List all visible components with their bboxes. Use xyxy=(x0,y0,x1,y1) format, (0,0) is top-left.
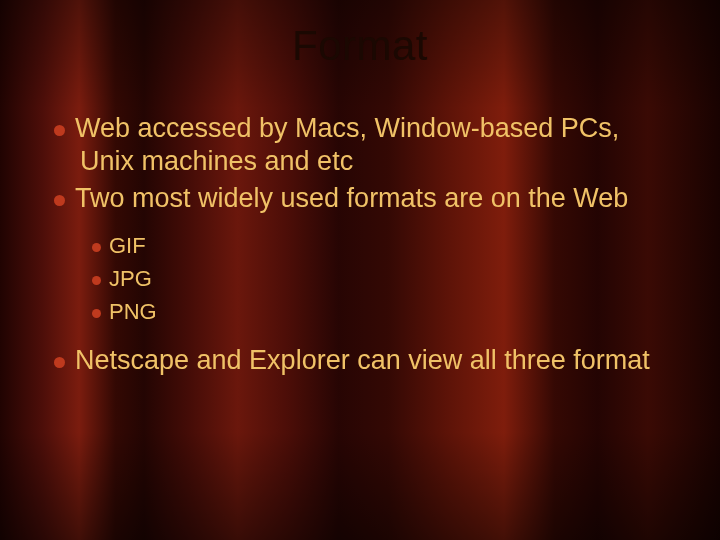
bullet-icon xyxy=(92,309,101,318)
bullet-icon xyxy=(54,357,65,368)
slide-title: Format xyxy=(0,22,720,70)
bullet-item: Web accessed by Macs, Window-based PCs, … xyxy=(54,112,674,178)
sub-bullet-item: GIF xyxy=(92,229,674,262)
sub-bullet-text: JPG xyxy=(109,266,152,291)
bullet-item: Two most widely used formats are on the … xyxy=(54,182,674,215)
bullet-text: Netscape and Explorer can view all three… xyxy=(75,345,650,375)
bullet-item: Netscape and Explorer can view all three… xyxy=(54,344,674,377)
bullet-icon xyxy=(54,195,65,206)
bullet-icon xyxy=(92,276,101,285)
slide: Format Web accessed by Macs, Window-base… xyxy=(0,0,720,540)
sub-bullet-item: PNG xyxy=(92,295,674,328)
bullet-icon xyxy=(54,125,65,136)
bullet-text: Web accessed by Macs, Window-based PCs, … xyxy=(75,113,619,176)
slide-body: Web accessed by Macs, Window-based PCs, … xyxy=(54,112,674,381)
sub-bullet-text: PNG xyxy=(109,299,157,324)
bullet-text: Two most widely used formats are on the … xyxy=(75,183,628,213)
bullet-icon xyxy=(92,243,101,252)
sub-bullet-item: JPG xyxy=(92,262,674,295)
sub-bullet-group: GIF JPG PNG xyxy=(92,229,674,328)
sub-bullet-text: GIF xyxy=(109,233,146,258)
